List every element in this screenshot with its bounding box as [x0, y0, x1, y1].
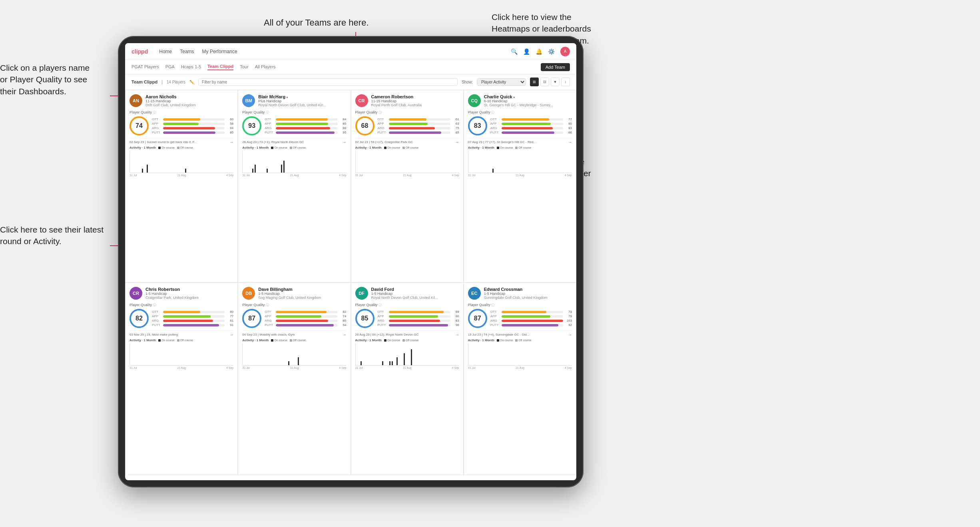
player-name[interactable]: Chris Robertson — [145, 287, 199, 292]
latest-round-text: 02 Jul 23 | 59 (+17), Craigmillar Park G… — [355, 140, 455, 144]
stat-bar-container-putt — [276, 324, 337, 326]
latest-round-arrow[interactable]: → — [229, 332, 233, 337]
player-name[interactable]: David Ford — [371, 287, 438, 292]
player-handicap: 1-5 Handicap — [145, 292, 199, 296]
quality-circle[interactable]: 87 — [242, 309, 261, 328]
latest-round-arrow[interactable]: → — [343, 332, 347, 337]
tab-all-players[interactable]: All Players — [255, 64, 276, 70]
user-avatar[interactable]: A — [560, 47, 570, 56]
filter-input[interactable] — [198, 78, 458, 86]
sort-button[interactable]: ↕ — [561, 78, 570, 86]
player-name[interactable]: Aaron Nicholls — [145, 94, 196, 99]
tab-pga[interactable]: PGA — [165, 64, 175, 70]
chart-area: 5 4 3 2 1 — [355, 151, 459, 173]
latest-round-arrow[interactable]: → — [568, 332, 572, 337]
show-select[interactable]: Player Activity Quality Score Trend — [477, 78, 526, 86]
team-count: 14 Players — [167, 80, 185, 84]
tab-hcaps[interactable]: Hcaps 1-5 — [181, 64, 201, 70]
bell-icon[interactable]: 🔔 — [536, 48, 542, 55]
player-card[interactable]: CR Cameron Robertson 11-15 Handicap Roya… — [351, 90, 464, 282]
chart-area: 5 4 3 2 1 — [468, 151, 572, 173]
latest-round-arrow[interactable]: → — [568, 140, 572, 144]
tab-pgat-players[interactable]: PGAT Players — [131, 64, 159, 70]
stat-value-putt: 94 — [339, 323, 347, 327]
player-card[interactable]: EC Edward Crossman 1-5 Handicap Sunningd… — [464, 282, 576, 475]
latest-round-arrow[interactable]: → — [455, 332, 459, 337]
stat-label-app: APP — [490, 122, 500, 125]
player-card[interactable]: DB Dave Billingham 1-5 Handicap Sog Magi… — [238, 282, 351, 475]
player-card[interactable]: DF David Ford 1-5 Handicap Royal North D… — [351, 282, 464, 475]
quality-circle[interactable]: 93 — [242, 116, 261, 135]
list-view-button[interactable]: ⊟ — [540, 78, 549, 86]
stat-label-ott: OTT — [378, 310, 387, 314]
tab-tour[interactable]: Tour — [240, 64, 248, 70]
activity-legend: On course Off course — [158, 339, 193, 342]
player-name[interactable]: Dave Billingham — [258, 287, 321, 292]
stat-row-app: APP 58 — [152, 122, 233, 125]
player-header: CR Cameron Robertson 11-15 Handicap Roya… — [355, 94, 459, 107]
player-name[interactable]: Edward Crossman — [484, 287, 548, 292]
filter-button[interactable]: ▼ — [551, 78, 560, 86]
stat-row-putt: PUTT 94 — [265, 323, 346, 327]
off-course-label: Off course — [293, 146, 306, 149]
player-info: Blair McHarg● Plus Handicap Royal North … — [258, 94, 326, 107]
chart-label: 4 Sep — [565, 174, 572, 177]
search-icon[interactable]: 🔍 — [511, 48, 518, 55]
chart-label: 21 Aug — [403, 366, 412, 369]
stat-bar-container-arg — [389, 320, 450, 322]
quality-label: Player Quality ⓘ — [129, 110, 233, 115]
profile-icon[interactable]: 👤 — [523, 48, 530, 55]
team-header: Team Clippd | 14 Players ✏️ Show: Player… — [125, 74, 576, 90]
activity-header: Activity · 1 Month On course Off course — [242, 146, 346, 149]
quality-circle[interactable]: 87 — [468, 309, 487, 328]
edit-icon[interactable]: ✏️ — [189, 80, 194, 84]
nav-teams[interactable]: Teams — [180, 49, 194, 54]
stat-row-arg: ARG 85 — [265, 319, 346, 322]
activity-section: Activity · 1 Month On course Off course … — [355, 338, 459, 369]
latest-round-arrow[interactable]: → — [229, 140, 233, 144]
on-course-label: On course — [161, 146, 174, 149]
tab-team-clippd[interactable]: Team Clippd — [207, 64, 233, 70]
quality-circle[interactable]: 82 — [129, 309, 149, 328]
stat-row-ott: OTT 89 — [378, 310, 459, 314]
stat-bar-arg — [389, 127, 435, 129]
player-avatar: BM — [242, 94, 255, 107]
player-name[interactable]: Charlie Quick● — [484, 94, 553, 99]
nav-home[interactable]: Home — [159, 49, 172, 54]
quality-section: 82 OTT 60 APP 77 ARG 81 — [129, 309, 233, 328]
nav-logo: clippd — [131, 48, 148, 55]
latest-round-arrow[interactable]: → — [343, 140, 347, 144]
latest-round-arrow[interactable]: → — [455, 140, 459, 144]
player-card[interactable]: BM Blair McHarg● Plus Handicap Royal Nor… — [238, 90, 351, 282]
player-name[interactable]: Cameron Robertson — [371, 94, 422, 99]
on-course-label: On course — [274, 339, 287, 342]
player-card[interactable]: AN Aaron Nicholls 11-15 Handicap Drift G… — [125, 90, 238, 282]
stat-bar-container-app — [502, 123, 563, 125]
player-info: Chris Robertson 1-5 Handicap Craigmillar… — [145, 287, 199, 300]
player-name[interactable]: Blair McHarg● — [258, 94, 326, 99]
chart-label: 4 Sep — [452, 366, 459, 369]
quality-circle[interactable]: 85 — [355, 309, 374, 328]
quality-circle[interactable]: 74 — [129, 116, 149, 135]
stat-value-app: 74 — [339, 314, 347, 318]
chart-label: 21 Aug — [177, 366, 186, 369]
grid-view-button[interactable]: ⊞ — [530, 78, 539, 86]
player-card[interactable]: CQ Charlie Quick● 6-10 Handicap St. Geor… — [464, 90, 576, 282]
activity-section: Activity · 1 Month On course Off course … — [355, 146, 459, 177]
off-course-dot — [515, 339, 518, 342]
player-card[interactable]: CR Chris Robertson 1-5 Handicap Craigmil… — [125, 282, 238, 475]
add-team-button[interactable]: Add Team — [541, 63, 570, 71]
chart-label: 4 Sep — [565, 366, 572, 369]
legend-off-course: Off course — [290, 146, 306, 149]
stat-row-putt: PUTT 86 — [490, 131, 572, 134]
quality-circle[interactable]: 68 — [355, 116, 374, 135]
quality-label: Player Quality ⓘ — [355, 303, 459, 307]
quality-circle[interactable]: 83 — [468, 116, 487, 135]
on-course-dot — [497, 147, 499, 149]
chart-labels: 31 Jul21 Aug4 Sep — [242, 174, 346, 177]
nav-my-performance[interactable]: My Performance — [202, 49, 237, 54]
latest-round-text: 07 Aug 23 | 77 (+7), St George's Hill GC… — [468, 140, 568, 144]
settings-icon[interactable]: ⚙️ — [548, 48, 555, 55]
chart-label: 21 Aug — [403, 174, 412, 177]
stats-grid: OTT 73 APP 79 ARG 103 PUTT — [490, 310, 572, 327]
